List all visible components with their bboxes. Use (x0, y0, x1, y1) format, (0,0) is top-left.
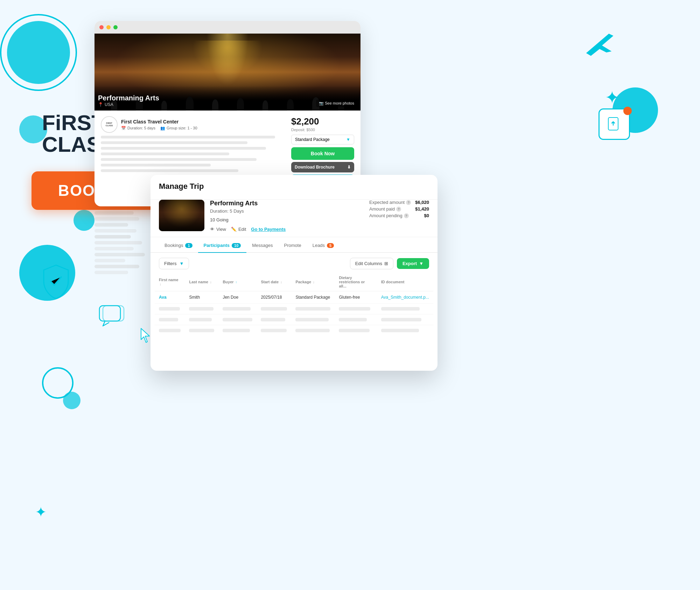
export-button[interactable]: Export ▼ (397, 258, 429, 269)
plane-icon (581, 33, 623, 59)
trip-name: Performing Arts (210, 200, 364, 207)
tab-participants[interactable]: Participants 10 (198, 239, 247, 253)
pending-amount-row: Amount pending ? $0 (369, 213, 429, 218)
trip-details: Performing Arts Duration: 5 Days 10 Goin… (210, 200, 364, 232)
cell-firstname: Ava (155, 291, 185, 304)
tab-leads[interactable]: Leads 5 (307, 239, 340, 253)
download-brochure-button[interactable]: Download Brochure ⬇ (291, 162, 354, 172)
tab-bookings[interactable]: Bookings 1 (159, 239, 198, 253)
view-icon: 👁 (210, 227, 215, 232)
package-select[interactable]: Standard Package ▼ (291, 135, 354, 144)
table-row-skeleton-2 (155, 314, 433, 325)
duration-meta: 📅 Duration: 5 days (121, 126, 155, 130)
browser-dot-yellow (106, 25, 111, 29)
columns-icon: ⊞ (384, 261, 388, 266)
bg-circle-3 (74, 210, 94, 231)
right-controls: Edit Columns ⊞ Export ▼ (350, 258, 429, 269)
price-main: $2,200 (291, 116, 354, 127)
edit-link[interactable]: ✏️ Edit (231, 227, 246, 232)
goto-payments-link[interactable]: Go to Payments (251, 227, 286, 232)
group-size-meta: 👥 Group size: 1 - 30 (160, 126, 197, 130)
upload-icon-box (598, 108, 630, 140)
agency-logo: FIRSTCLASS (101, 116, 118, 133)
pending-value: $0 (424, 213, 429, 218)
hero-image: Performaning Arts 📍 USA 📷 See more photo… (94, 34, 360, 111)
shield-icon (38, 262, 74, 302)
manage-trip-title: Manage Trip (159, 182, 429, 191)
participants-table: First name ↕ Last name ↕ Buyer ↑ Start d… (155, 273, 433, 336)
tab-promote[interactable]: Promote (279, 239, 307, 253)
agency-row: FIRSTCLASS First Class Travel Center 📅 D… (101, 116, 284, 133)
cell-package: Standard Package (291, 291, 335, 304)
expected-help-icon[interactable]: ? (406, 200, 411, 205)
cell-dietary: Gluten-free (335, 291, 377, 304)
col-header-startdate[interactable]: Start date ↕ (257, 273, 291, 291)
price-deposit: Deposit: $500 (291, 128, 354, 132)
expected-amount-row: Expected amount ? $6,020 (369, 200, 429, 205)
cell-lastname: Smith (185, 291, 218, 304)
edit-columns-button[interactable]: Edit Columns ⊞ (350, 258, 393, 269)
price-display: $2,200 Deposit: $500 (291, 116, 354, 132)
skeleton-lines-left (94, 203, 150, 277)
chat-bubble (98, 304, 126, 330)
paid-value: $1,420 (415, 206, 429, 212)
col-header-lastname[interactable]: Last name ↕ (185, 273, 218, 291)
download-icon: ⬇ (347, 165, 351, 170)
col-header-firstname[interactable]: First name ↕ (155, 273, 185, 291)
edit-icon: ✏️ (231, 227, 237, 232)
agency-meta: 📅 Duration: 5 days 👥 Group size: 1 - 30 (121, 126, 197, 130)
cell-startdate: 2025/07/18 (257, 291, 291, 304)
sparkle-top-right: ✦ (605, 87, 620, 108)
browser-topbar (94, 21, 360, 34)
browser-dot-red (99, 25, 104, 29)
tab-messages[interactable]: Messages (246, 239, 278, 253)
trip-actions: 👁 View ✏️ Edit Go to Payments (210, 227, 364, 232)
col-header-package[interactable]: Package ↕ (291, 273, 335, 291)
col-header-iddoc: ID document (377, 273, 433, 291)
browser-dot-green (113, 25, 118, 29)
cell-buyer: Jen Doe (218, 291, 257, 304)
tabs-bar: Bookings 1 Participants 10 Messages Prom… (150, 239, 438, 253)
expected-value: $6,020 (415, 200, 429, 205)
manage-trip-window: Manage Trip Performing Arts Duration: 5 … (150, 175, 438, 371)
book-now-button[interactable]: Book Now (291, 147, 354, 160)
agency-name: First Class Travel Center (121, 119, 197, 125)
table-row-skeleton-1 (155, 304, 433, 314)
trip-info-row: Performing Arts Duration: 5 Days 10 Goin… (150, 200, 438, 237)
filter-dropdown-icon: ▼ (179, 261, 184, 266)
bg-circle-outline-1 (0, 14, 77, 91)
paid-help-icon[interactable]: ? (396, 207, 401, 212)
see-more-photos[interactable]: 📷 See more photos (316, 100, 357, 107)
hero-location: 📍 USA (98, 102, 159, 107)
table-container: First name ↕ Last name ↕ Buyer ↑ Start d… (150, 273, 438, 336)
cursor-icon (138, 327, 152, 346)
table-row-skeleton-3 (155, 325, 433, 336)
trip-duration: Duration: 5 Days (210, 208, 364, 214)
trip-financials: Expected amount ? $6,020 Amount paid ? $… (369, 200, 429, 220)
pending-help-icon[interactable]: ? (404, 213, 409, 218)
cell-iddoc: Ava_Smith_document.p... (377, 291, 433, 304)
main-wrapper: ✦ ✦ BOOK NOW (0, 0, 700, 590)
bg-circle-6 (63, 392, 80, 409)
hero-title: Performaning Arts (98, 94, 159, 102)
sparkle-bottom-left: ✦ (35, 504, 47, 520)
table-row: Ava Smith Jen Doe 2025/07/18 Standard Pa… (155, 291, 433, 304)
col-header-buyer[interactable]: Buyer ↑ (218, 273, 257, 291)
filters-button[interactable]: Filters ▼ (159, 258, 189, 269)
table-controls: Filters ▼ Edit Columns ⊞ Export ▼ (150, 253, 438, 273)
export-dropdown-icon: ▼ (419, 261, 424, 266)
col-header-dietary[interactable]: Dietary restrictions or all... (335, 273, 377, 291)
paid-amount-row: Amount paid ? $1,420 (369, 206, 429, 212)
manage-trip-header: Manage Trip (150, 175, 438, 200)
view-link[interactable]: 👁 View (210, 227, 226, 232)
trip-going: 10 Going (210, 217, 364, 222)
trip-thumbnail (159, 200, 204, 231)
